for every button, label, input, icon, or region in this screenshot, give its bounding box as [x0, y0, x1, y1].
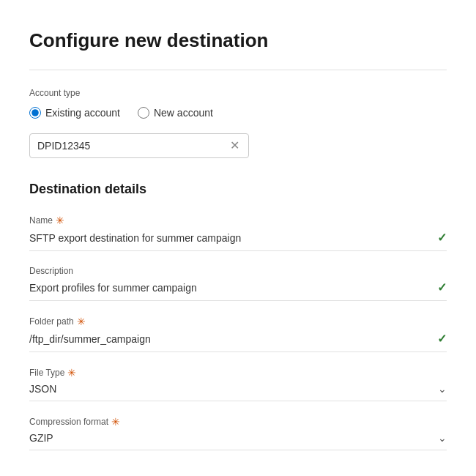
- compression-format-value: GZIP: [29, 432, 53, 444]
- compression-format-label: Compression format ✳: [29, 416, 447, 428]
- description-field-group: Description Export profiles for summer c…: [29, 266, 447, 301]
- file-type-label-text: File Type: [29, 368, 64, 378]
- compression-format-label-text: Compression format: [29, 417, 108, 427]
- name-required-star: ✳: [56, 215, 64, 226]
- existing-account-radio[interactable]: [29, 107, 41, 119]
- file-type-field-group: File Type ✳ JSON ⌄: [29, 367, 447, 401]
- compression-format-chevron-icon: ⌄: [438, 432, 447, 444]
- file-type-label: File Type ✳: [29, 367, 447, 379]
- account-type-radio-group: Existing account New account: [29, 107, 447, 119]
- description-value: Export profiles for summer campaign: [29, 282, 197, 294]
- description-value-row: Export profiles for summer campaign ✓: [29, 280, 447, 301]
- destination-details-section: Destination details Name ✳ SFTP export d…: [29, 182, 447, 450]
- name-check-icon: ✓: [437, 231, 447, 245]
- page-container: Configure new destination Account type E…: [0, 0, 476, 476]
- existing-account-label: Existing account: [45, 107, 120, 119]
- new-account-option[interactable]: New account: [138, 107, 213, 119]
- compression-format-dropdown[interactable]: GZIP ⌄: [29, 432, 447, 450]
- account-search-wrapper: ✕: [29, 133, 249, 158]
- account-type-section: Account type Existing account New accoun…: [29, 88, 447, 158]
- folder-path-label: Folder path ✳: [29, 316, 447, 327]
- clear-icon[interactable]: ✕: [228, 138, 241, 153]
- compression-format-required-star: ✳: [111, 416, 120, 428]
- file-type-dropdown[interactable]: JSON ⌄: [29, 383, 447, 401]
- page-title: Configure new destination: [29, 29, 447, 52]
- folder-path-field-group: Folder path ✳ /ftp_dir/summer_campaign ✓: [29, 316, 447, 352]
- description-label-text: Description: [29, 266, 73, 276]
- folder-path-value-row: /ftp_dir/summer_campaign ✓: [29, 332, 447, 352]
- compression-format-field-group: Compression format ✳ GZIP ⌄: [29, 416, 447, 450]
- folder-path-check-icon: ✓: [437, 332, 447, 346]
- file-type-value: JSON: [29, 383, 56, 395]
- folder-path-required-star: ✳: [77, 316, 86, 327]
- name-value-row: SFTP export destination for summer campa…: [29, 231, 447, 251]
- description-label: Description: [29, 266, 447, 276]
- existing-account-option[interactable]: Existing account: [29, 107, 120, 119]
- name-field-group: Name ✳ SFTP export destination for summe…: [29, 215, 447, 251]
- file-type-required-star: ✳: [67, 367, 76, 379]
- name-label-text: Name: [29, 215, 53, 226]
- new-account-radio[interactable]: [138, 107, 149, 119]
- destination-details-title: Destination details: [29, 182, 447, 197]
- file-type-chevron-icon: ⌄: [438, 383, 447, 395]
- description-check-icon: ✓: [437, 280, 447, 294]
- account-search-input[interactable]: [37, 140, 228, 152]
- name-label: Name ✳: [29, 215, 447, 226]
- section-divider: [29, 70, 447, 70]
- name-value: SFTP export destination for summer campa…: [29, 232, 241, 244]
- folder-path-value: /ftp_dir/summer_campaign: [29, 333, 151, 345]
- folder-path-label-text: Folder path: [29, 316, 74, 327]
- new-account-label: New account: [154, 107, 213, 119]
- account-type-label: Account type: [29, 88, 447, 98]
